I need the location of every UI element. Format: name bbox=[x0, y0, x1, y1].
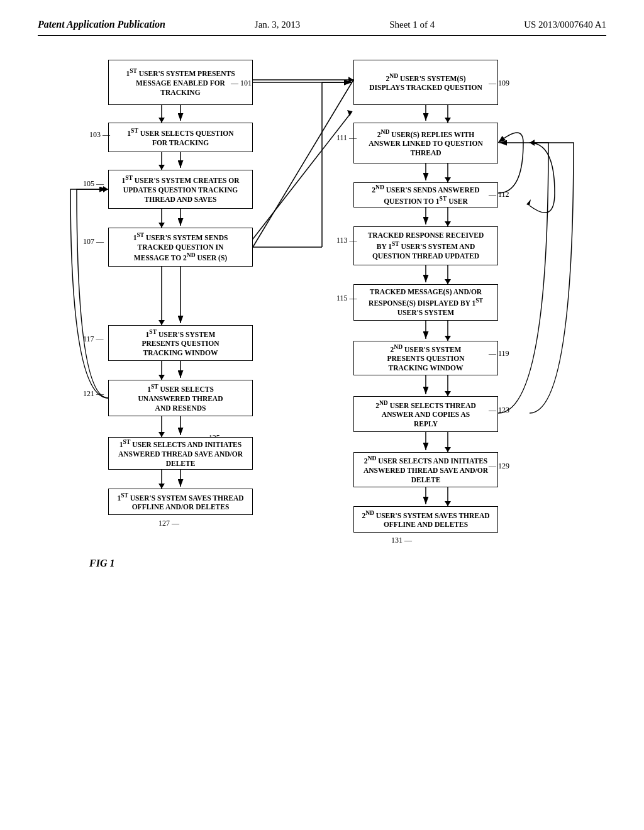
box-109: 2ND USER'S SYSTEM(S)DISPLAYS TRACKED QUE… bbox=[353, 60, 498, 105]
diagram: 1ST USER'S SYSTEM PRESENTSMESSAGE ENABLE… bbox=[52, 48, 592, 790]
box-123: 2ND USER SELECTS THREADANSWER AND COPIES… bbox=[353, 396, 498, 432]
box-129: 2ND USER SELECTS AND INITIATESANSWERED T… bbox=[353, 452, 498, 487]
ref-109: — 109 bbox=[489, 79, 509, 88]
svg-marker-5 bbox=[158, 223, 165, 228]
box-119: 2ND USER'S SYSTEMPRESENTS QUESTIONTRACKI… bbox=[353, 341, 498, 375]
box-105: 1ST USER'S SYSTEM CREATES ORUPDATES QUES… bbox=[108, 170, 253, 209]
ref-127: 127 — bbox=[158, 519, 179, 528]
ref-111: 111 — bbox=[336, 133, 357, 143]
ref-115: 115 — bbox=[336, 294, 357, 303]
sheet-label: Sheet 1 of 4 bbox=[389, 19, 435, 30]
box-112: 2ND USER'S SENDS ANSWEREDQUESTION TO 1ST… bbox=[353, 182, 498, 208]
box-131: 2ND USER'S SYSTEM SAVES THREADOFFLINE AN… bbox=[353, 506, 498, 533]
box-113: TRACKED RESPONSE RECEIVEDBY 1ST USER'S S… bbox=[353, 226, 498, 265]
svg-marker-15 bbox=[445, 118, 451, 123]
box-121: 1ST USER SELECTSUNANSWERED THREADAND RES… bbox=[108, 380, 253, 416]
patent-number-label: US 2013/0007640 A1 bbox=[524, 19, 606, 30]
ref-113: 113 — bbox=[336, 236, 357, 245]
ref-117: 117 — bbox=[83, 335, 104, 344]
page-header: Patent Application Publication Jan. 3, 2… bbox=[38, 19, 606, 36]
date-label: Jan. 3, 2013 bbox=[255, 19, 301, 30]
svg-marker-33 bbox=[526, 199, 531, 206]
ref-107: 107 — bbox=[83, 237, 104, 246]
svg-marker-1 bbox=[158, 118, 165, 123]
svg-marker-35 bbox=[347, 110, 352, 116]
box-115: TRACKED MESSAGE(S) AND/ORRESPONSE(S) DIS… bbox=[353, 284, 498, 321]
svg-marker-25 bbox=[445, 391, 451, 396]
svg-marker-17 bbox=[445, 177, 451, 182]
box-117: 1ST USER'S SYSTEMPRESENTS QUESTIONTRACKI… bbox=[108, 325, 253, 361]
ref-121: 121 — bbox=[83, 389, 104, 399]
svg-marker-23 bbox=[445, 336, 451, 341]
box-111: 2ND USER(S) REPLIES WITHANSWER LINKED TO… bbox=[353, 123, 498, 163]
svg-marker-21 bbox=[445, 279, 451, 284]
box-107: 1ST USER'S SYSTEM SENDSTRACKED QUESTION … bbox=[108, 228, 253, 267]
page: Patent Application Publication Jan. 3, 2… bbox=[0, 0, 644, 830]
ref-112: — 112 bbox=[489, 190, 509, 199]
box-103: 1ST USER SELECTS QUESTIONFOR TRACKING bbox=[108, 123, 253, 152]
svg-marker-3 bbox=[158, 165, 165, 170]
publication-label: Patent Application Publication bbox=[38, 19, 165, 30]
svg-marker-19 bbox=[445, 221, 451, 226]
fig-label: FIG 1 bbox=[89, 558, 114, 569]
box-125a: 1ST USER SELECTS AND INITIATESANSWERED T… bbox=[108, 437, 253, 470]
svg-marker-37 bbox=[530, 140, 535, 146]
svg-marker-29 bbox=[445, 501, 451, 506]
ref-101: — 101 bbox=[231, 79, 252, 88]
box-127: 1ST USER'S SYSTEM SAVES THREADOFFLINE AN… bbox=[108, 489, 253, 515]
svg-marker-27 bbox=[445, 447, 451, 452]
ref-131: 131 — bbox=[391, 536, 412, 545]
ref-105: 105 — bbox=[83, 179, 104, 189]
svg-marker-9 bbox=[158, 375, 165, 380]
svg-line-34 bbox=[247, 111, 352, 247]
svg-marker-31 bbox=[348, 77, 353, 83]
ref-103: 103 — bbox=[89, 130, 110, 140]
ref-123: — 123 bbox=[489, 406, 509, 415]
ref-119: — 119 bbox=[489, 349, 509, 358]
svg-marker-36 bbox=[103, 186, 108, 192]
svg-line-32 bbox=[253, 80, 353, 247]
svg-marker-7 bbox=[158, 320, 165, 325]
ref-129: — 129 bbox=[489, 462, 509, 471]
diagram-svg bbox=[52, 48, 592, 790]
svg-marker-11 bbox=[158, 432, 165, 437]
svg-marker-13 bbox=[158, 484, 165, 489]
